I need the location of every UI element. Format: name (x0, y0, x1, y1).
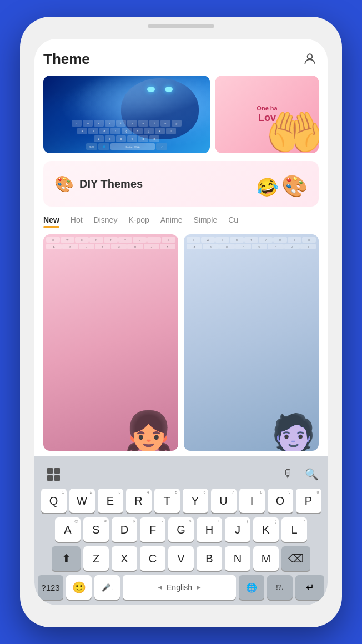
key-k[interactable]: )K (253, 517, 279, 542)
key-s[interactable]: #S (83, 517, 109, 542)
diy-label: DIY Themes (79, 178, 143, 190)
keyboard-section: 🎙 🔍 1Q 2W 3E 4R 5T 6Y 7U 8I 9O 0P (34, 456, 328, 605)
kb-mic-icon[interactable]: 🎙 (283, 467, 294, 481)
key-v[interactable]: V (168, 546, 194, 571)
key-p[interactable]: 0P (296, 489, 321, 513)
diy-left: 🎨 DIY Themes (54, 175, 143, 193)
banner-love[interactable]: 🤲 One ha Lov (215, 76, 319, 153)
tab-disney[interactable]: Disney (94, 215, 118, 228)
key-t[interactable]: 5T (154, 489, 180, 513)
key-l[interactable]: /L (281, 517, 307, 542)
key-a[interactable]: @A (55, 517, 81, 542)
key-o[interactable]: 9O (268, 489, 293, 513)
tab-cu[interactable]: Cu (228, 215, 238, 228)
key-u[interactable]: 7U (211, 489, 237, 513)
key-i[interactable]: 8I (239, 489, 265, 513)
tab-kpop[interactable]: K-pop (128, 215, 149, 228)
tab-new[interactable]: New (43, 215, 59, 228)
enter-key[interactable]: ↵ (295, 575, 324, 600)
theme-grid: QWE RTY UIO ASD FGH JK 👧 (43, 234, 319, 451)
shift-key[interactable]: ⬆ (52, 546, 81, 571)
palette-icon: 🎨 (54, 175, 74, 193)
key-j[interactable]: (J (225, 517, 250, 542)
mic-comma-key[interactable]: 🎤 , (94, 575, 120, 600)
anime-kb-1: QWE RTY UIO ASD FGH JK (46, 237, 175, 249)
grid-icon[interactable] (43, 464, 63, 484)
kb-row-3: ⬆ Z X C V B N M ⌫ (38, 546, 324, 571)
key-n[interactable]: N (225, 546, 250, 571)
kb-rows: 1Q 2W 3E 4R 5T 6Y 7U 8I 9O 0P @A #S $D -… (34, 489, 328, 571)
key-w[interactable]: 2W (69, 489, 95, 513)
tab-hot[interactable]: Hot (71, 215, 83, 228)
kb-toolbar-right: 🎙 🔍 (283, 467, 319, 481)
spacebar-key[interactable]: ◄ English ► (123, 575, 236, 600)
backspace-key[interactable]: ⌫ (281, 546, 310, 571)
profile-icon[interactable] (301, 50, 319, 68)
love-text-overlay: One ha Lov (257, 105, 277, 124)
phone-screen: Theme (34, 39, 328, 605)
theme-header: Theme (43, 50, 319, 68)
key-c[interactable]: C (140, 546, 165, 571)
diy-banner[interactable]: 🎨 DIY Themes 😂 🎨 (43, 161, 319, 207)
key-g[interactable]: &G (168, 517, 194, 542)
key-q[interactable]: 1Q (41, 489, 67, 513)
globe-key[interactable]: 🌐 (239, 575, 264, 600)
banners-row: qwe rty uio p asd fgh jkl zxc vbn (43, 76, 319, 153)
phone-outer: Theme (20, 17, 342, 627)
key-e[interactable]: 3E (98, 489, 123, 513)
diy-decoration: 😂 🎨 (256, 170, 308, 198)
key-y[interactable]: 6Y (183, 489, 208, 513)
category-tabs: New Hot Disney K-pop Anime Simple Cu (43, 215, 319, 228)
key-f[interactable]: -F (140, 517, 165, 542)
key-r[interactable]: 4R (126, 489, 152, 513)
bottom-row: ?123 🙂 🎤 , ◄ English ► 🌐 !?. ↵ (34, 575, 328, 600)
keyboard-toolbar: 🎙 🔍 (34, 461, 328, 489)
key-m[interactable]: M (253, 546, 279, 571)
svg-point-0 (308, 54, 313, 59)
emoji-key[interactable]: 🙂 (66, 575, 92, 600)
kb-search-icon[interactable]: 🔍 (305, 467, 319, 481)
kb-row-1: 1Q 2W 3E 4R 5T 6Y 7U 8I 9O 0P (38, 489, 324, 513)
num-key[interactable]: ?123 (38, 575, 63, 600)
key-h[interactable]: +H (197, 517, 222, 542)
key-d[interactable]: $D (112, 517, 137, 542)
punct-key[interactable]: !?. (267, 575, 293, 600)
page-title: Theme (43, 51, 90, 68)
kb-row-2: @A #S $D -F &G +H (J )K /L (38, 517, 324, 542)
banner-wolf[interactable]: qwe rty uio p asd fgh jkl zxc vbn (43, 76, 210, 153)
key-x[interactable]: X (112, 546, 137, 571)
app-content: Theme (34, 39, 328, 456)
tab-simple[interactable]: Simple (193, 215, 217, 228)
phone-notch (148, 24, 214, 28)
theme-card-1[interactable]: QWE RTY UIO ASD FGH JK 👧 (43, 234, 178, 451)
wolf-keyboard: qwe rty uio p asd fgh jkl zxc vbn (48, 120, 205, 150)
key-z[interactable]: Z (83, 546, 109, 571)
key-b[interactable]: B (197, 546, 222, 571)
anime-kb-2: Q W E R T Y U I O A S (187, 237, 316, 249)
theme-card-2[interactable]: Q W E R T Y U I O A S (184, 234, 319, 451)
tab-anime[interactable]: Anime (160, 215, 183, 228)
